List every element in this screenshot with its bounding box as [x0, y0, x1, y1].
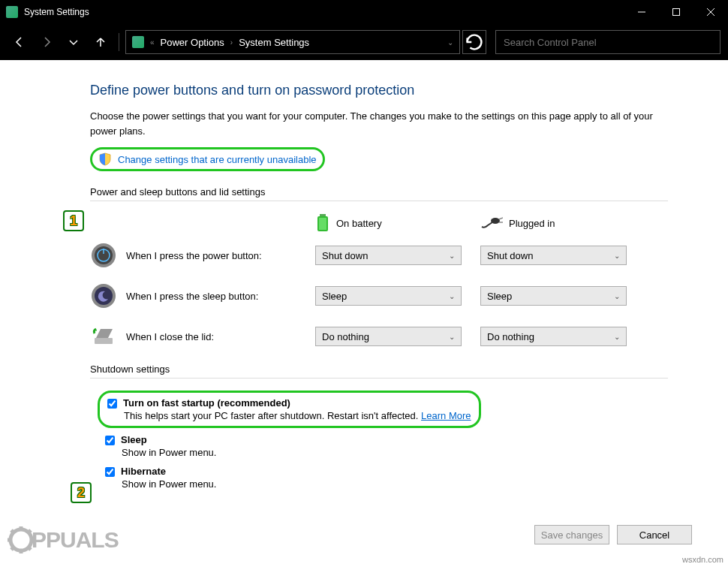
sleep-button-battery-dropdown[interactable]: Sleep⌄ [315, 286, 462, 306]
power-button-battery-dropdown[interactable]: Shut down⌄ [315, 246, 462, 265]
recent-dropdown[interactable] [62, 30, 86, 54]
hibernate-desc: Show in Power menu. [122, 478, 668, 490]
back-button[interactable] [8, 30, 32, 54]
forward-button[interactable] [35, 30, 59, 54]
chevron-down-icon: ⌄ [449, 252, 455, 260]
lid-row: When I close the lid: Do nothing⌄ Do not… [90, 323, 668, 350]
svg-rect-4 [320, 214, 326, 216]
hibernate-label: Hibernate [121, 466, 166, 477]
svg-point-7 [491, 218, 500, 224]
refresh-button[interactable] [462, 30, 486, 54]
up-button[interactable] [89, 30, 113, 54]
svg-rect-16 [95, 338, 113, 344]
site-watermark: wsxdn.com [682, 555, 723, 564]
chevron-down-icon: ⌄ [614, 292, 620, 300]
fast-startup-label: Turn on fast startup (recommended) [123, 397, 290, 409]
sleep-button-label: When I press the sleep button: [126, 291, 258, 302]
cancel-button[interactable]: Cancel [617, 525, 692, 544]
sleep-desc: Show in Power menu. [122, 447, 668, 458]
sleep-label: Sleep [121, 434, 147, 445]
nav-separator [119, 33, 119, 51]
svg-point-26 [17, 535, 26, 544]
watermark-text: PPUALS [32, 527, 119, 553]
svg-line-22 [11, 530, 14, 533]
lid-icon [90, 323, 117, 350]
close-button[interactable] [693, 0, 728, 24]
hibernate-option: Hibernate Show in Power menu. [105, 466, 668, 490]
page-title: Define power buttons and turn on passwor… [90, 83, 668, 98]
learn-more-link[interactable]: Learn More [421, 410, 471, 421]
plugged-in-label: Plugged in [509, 218, 555, 229]
shield-icon [98, 152, 112, 166]
column-headers: On battery Plugged in [315, 213, 668, 233]
chevron-icon: « [150, 38, 155, 47]
chevron-down-icon[interactable]: ⌄ [447, 38, 453, 47]
on-battery-header: On battery [315, 213, 465, 233]
power-button-icon [90, 242, 117, 269]
annotation-2: 2 [71, 482, 92, 503]
svg-line-8 [499, 218, 503, 219]
window-title: System Settings [24, 7, 624, 17]
chevron-right-icon: › [230, 38, 233, 47]
titlebar: System Settings [0, 0, 728, 24]
chevron-down-icon: ⌄ [449, 292, 455, 300]
content-area: Define power buttons and turn on passwor… [0, 60, 728, 490]
shutdown-section-heading: Shutdown settings [90, 363, 668, 379]
svg-line-25 [11, 547, 14, 550]
breadcrumb-item[interactable]: Power Options [161, 37, 224, 48]
breadcrumb-item[interactable]: System Settings [239, 37, 309, 48]
breadcrumb-icon [132, 36, 144, 48]
navbar: « Power Options › System Settings ⌄ [0, 24, 728, 60]
power-section-heading: Power and sleep buttons and lid settings [90, 186, 668, 201]
watermark: PPUALS [8, 526, 119, 553]
svg-rect-6 [319, 218, 326, 230]
lid-plugged-dropdown[interactable]: Do nothing⌄ [480, 327, 627, 346]
power-button-plugged-dropdown[interactable]: Shut down⌄ [480, 246, 627, 265]
change-settings-highlight: Change settings that are currently unava… [90, 147, 325, 171]
lid-label: When I close the lid: [126, 331, 214, 342]
sleep-option: Sleep Show in Power menu. [105, 434, 668, 458]
fast-startup-desc: This helps start your PC faster after sh… [124, 410, 471, 421]
chevron-down-icon: ⌄ [449, 333, 455, 341]
sleep-checkbox[interactable] [105, 436, 115, 445]
power-button-row: When I press the power button: Shut down… [90, 242, 668, 269]
power-button-label: When I press the power button: [126, 250, 262, 261]
plugged-in-header: Plugged in [480, 213, 630, 233]
save-button[interactable]: Save changes [534, 525, 609, 544]
sleep-button-plugged-dropdown[interactable]: Sleep⌄ [480, 286, 627, 306]
svg-rect-1 [673, 9, 680, 16]
fast-startup-highlight: Turn on fast startup (recommended) This … [98, 391, 481, 428]
maximize-button[interactable] [659, 0, 693, 24]
annotation-1: 1 [63, 210, 84, 231]
battery-icon [315, 213, 330, 233]
gear-icon [8, 526, 35, 553]
page-intro: Choose the power settings that you want … [90, 109, 660, 138]
breadcrumb[interactable]: « Power Options › System Settings ⌄ [125, 30, 460, 54]
plug-icon [480, 216, 503, 230]
search-input[interactable] [495, 30, 720, 54]
on-battery-label: On battery [336, 218, 382, 229]
chevron-down-icon: ⌄ [614, 252, 620, 260]
app-icon [6, 6, 18, 18]
hibernate-checkbox[interactable] [105, 467, 115, 477]
minimize-button[interactable] [624, 0, 659, 24]
lid-battery-dropdown[interactable]: Do nothing⌄ [315, 327, 462, 346]
footer-buttons: Save changes Cancel [534, 525, 692, 544]
sleep-button-row: When I press the sleep button: Sleep⌄ Sl… [90, 282, 668, 309]
svg-line-23 [28, 547, 31, 550]
sleep-button-icon [90, 282, 117, 309]
svg-point-15 [95, 287, 113, 305]
svg-line-24 [28, 530, 31, 533]
chevron-down-icon: ⌄ [614, 333, 620, 341]
change-settings-link[interactable]: Change settings that are currently unava… [118, 154, 317, 165]
fast-startup-checkbox[interactable] [107, 399, 117, 409]
